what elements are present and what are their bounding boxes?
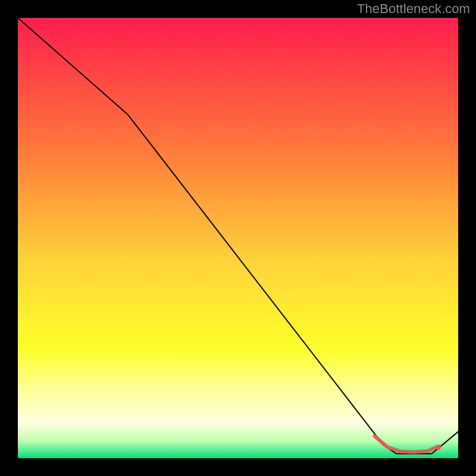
plot-area	[18, 18, 458, 458]
chart-container: TheBottleneck.com	[0, 0, 476, 476]
source-attribution: TheBottleneck.com	[357, 1, 470, 17]
svg-point-1	[436, 444, 441, 450]
svg-rect-0	[18, 18, 458, 458]
chart-svg	[18, 18, 458, 458]
